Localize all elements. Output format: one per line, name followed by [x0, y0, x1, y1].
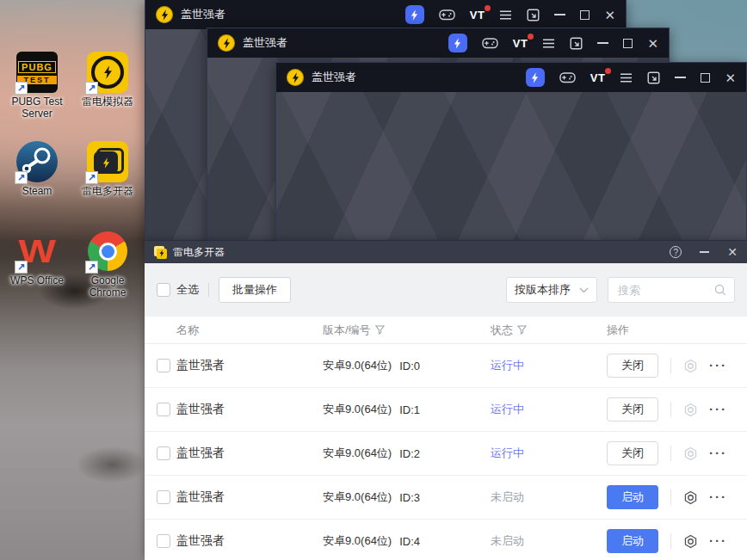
- more-actions-icon[interactable]: ···: [709, 361, 727, 370]
- select-all-checkbox[interactable]: [157, 283, 170, 297]
- desktop-icon-wps-office[interactable]: W ↗ WPS Office: [3, 231, 71, 320]
- select-all-label: 全选: [176, 282, 199, 298]
- header-action: 操作: [607, 323, 747, 338]
- instance-version: 安卓9.0(64位): [323, 402, 392, 417]
- vt-indicator[interactable]: VT: [470, 9, 485, 22]
- row-checkbox[interactable]: [157, 490, 170, 504]
- status-badge: 运行中: [491, 446, 524, 461]
- sort-dropdown[interactable]: 按版本排序: [506, 277, 597, 303]
- gamepad-icon[interactable]: [439, 9, 455, 21]
- row-checkbox[interactable]: [157, 534, 170, 548]
- instance-id: ID:1: [399, 403, 420, 416]
- start-instance-button[interactable]: 启动: [607, 529, 658, 553]
- table-header: 名称 版本/编号 状态 操作: [145, 317, 747, 344]
- row-checkbox[interactable]: [157, 403, 170, 416]
- settings-gear-icon: [683, 403, 698, 417]
- minimize-icon[interactable]: [700, 251, 709, 253]
- rotate-icon[interactable]: [570, 37, 583, 50]
- manager-titlebar[interactable]: 雷电多开器 ? ✕: [145, 241, 747, 263]
- toolbar-divider: [208, 283, 209, 297]
- stop-instance-button[interactable]: 关闭: [607, 441, 658, 465]
- close-icon[interactable]: ✕: [725, 71, 736, 84]
- shortcut-arrow-icon: ↗: [15, 261, 28, 274]
- emulator-titlebar[interactable]: 盖世强者 VT ✕: [207, 28, 669, 58]
- batch-operation-button[interactable]: 批量操作: [219, 277, 291, 303]
- maximize-icon[interactable]: [623, 39, 633, 48]
- minimize-icon[interactable]: [597, 42, 608, 44]
- window-title: 盖世强者: [312, 70, 526, 85]
- rotate-icon[interactable]: [647, 71, 660, 84]
- window-title: 雷电多开器: [173, 245, 670, 260]
- instance-row: 盖世强者 安卓9.0(64位) ID:4 未启动 启动 ···: [145, 520, 747, 560]
- filter-icon[interactable]: [517, 325, 527, 335]
- menu-icon[interactable]: [620, 73, 633, 83]
- settings-gear-icon[interactable]: [683, 534, 698, 549]
- minimize-icon[interactable]: [675, 77, 686, 78]
- row-checkbox[interactable]: [157, 359, 170, 372]
- instance-id: ID:2: [399, 447, 420, 460]
- desktop-icon-ld-multiplayer[interactable]: ↗ 雷电多开器: [74, 141, 141, 231]
- header-status: 状态: [491, 323, 513, 338]
- vt-indicator[interactable]: VT: [590, 71, 606, 84]
- menu-icon[interactable]: [542, 39, 555, 48]
- instance-id: ID:0: [399, 360, 420, 372]
- desktop: PUBG TEST ↗ PUBG Test Server ↗ 雷电模拟器: [0, 0, 747, 560]
- emulator-content: [276, 92, 746, 240]
- emulator-titlebar[interactable]: 盖世强者 VT ✕: [276, 63, 746, 92]
- start-instance-button[interactable]: 启动: [607, 485, 658, 509]
- minimize-icon[interactable]: [554, 14, 565, 15]
- stop-instance-button[interactable]: 关闭: [607, 397, 658, 422]
- pubg-word: PUBG: [18, 61, 56, 73]
- window-title: 盖世强者: [243, 35, 448, 51]
- instance-name: 盖世强者: [176, 358, 323, 373]
- boost-icon[interactable]: [526, 68, 545, 87]
- boost-icon[interactable]: [448, 34, 467, 52]
- instance-version: 安卓9.0(64位): [323, 489, 392, 505]
- close-icon[interactable]: ✕: [727, 246, 738, 258]
- rotate-icon[interactable]: [527, 9, 540, 22]
- more-actions-icon[interactable]: ···: [709, 493, 727, 502]
- instance-row: 盖世强者 安卓9.0(64位) ID:2 运行中 关闭 ···: [145, 432, 747, 476]
- desktop-icon-grid: PUBG TEST ↗ PUBG Test Server ↗ 雷电模拟器: [3, 52, 145, 320]
- gamepad-icon[interactable]: [482, 37, 498, 49]
- more-actions-icon[interactable]: ···: [709, 449, 727, 458]
- status-badge: 运行中: [491, 402, 524, 417]
- header-version: 版本/编号: [323, 323, 371, 338]
- gamepad-icon[interactable]: [559, 71, 576, 83]
- desktop-icon-label: WPS Office: [10, 274, 64, 286]
- maximize-icon[interactable]: [701, 73, 710, 83]
- emulator-titlebar[interactable]: 盖世强者 VT ✕: [145, 0, 626, 29]
- more-actions-icon[interactable]: ···: [709, 537, 727, 545]
- close-icon[interactable]: ✕: [647, 37, 658, 50]
- maximize-icon[interactable]: [580, 10, 590, 20]
- close-icon[interactable]: ✕: [604, 9, 615, 22]
- status-badge: 运行中: [491, 358, 524, 373]
- instance-row: 盖世强者 安卓9.0(64位) ID:1 运行中 关闭 ···: [145, 388, 747, 432]
- row-divider: [670, 402, 671, 417]
- desktop-icon-google-chrome[interactable]: ↗ Google Chrome: [74, 231, 141, 320]
- search-input[interactable]: [616, 283, 714, 298]
- vt-indicator[interactable]: VT: [513, 37, 528, 50]
- window-title: 盖世强者: [181, 7, 405, 22]
- shortcut-arrow-icon: ↗: [15, 82, 28, 95]
- filter-icon[interactable]: [375, 325, 385, 335]
- ldplayer-logo-icon: [156, 6, 173, 23]
- chevron-down-icon: [579, 287, 589, 293]
- stop-instance-button[interactable]: 关闭: [607, 354, 658, 378]
- desktop-icon-ldplayer[interactable]: ↗ 雷电模拟器: [74, 52, 141, 141]
- help-icon[interactable]: ?: [670, 246, 682, 258]
- row-divider: [670, 358, 671, 373]
- status-badge: 未启动: [491, 533, 524, 549]
- status-badge: 未启动: [491, 489, 524, 505]
- vt-alert-dot: [605, 68, 611, 74]
- row-checkbox[interactable]: [157, 446, 170, 460]
- menu-icon[interactable]: [499, 10, 512, 20]
- settings-gear-icon: [683, 446, 698, 461]
- desktop-icon-pubg-test-server[interactable]: PUBG TEST ↗ PUBG Test Server: [3, 52, 71, 141]
- boost-icon[interactable]: [405, 5, 424, 24]
- desktop-icon-steam[interactable]: ↗ Steam: [3, 141, 71, 231]
- more-actions-icon[interactable]: ···: [709, 405, 727, 414]
- settings-gear-icon[interactable]: [683, 490, 698, 505]
- instance-row: 盖世强者 安卓9.0(64位) ID:3 未启动 启动 ···: [145, 476, 747, 520]
- search-box[interactable]: [608, 277, 735, 303]
